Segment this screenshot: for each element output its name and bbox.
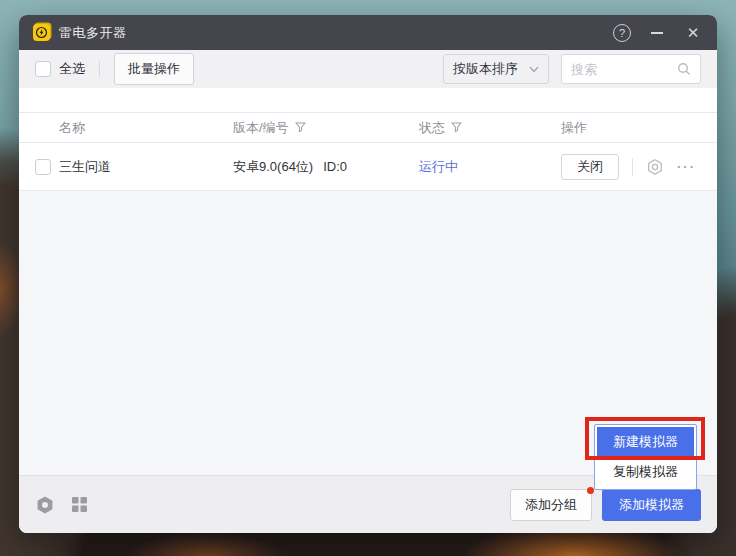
column-header-version[interactable]: 版本/编号 <box>233 119 419 137</box>
row-checkbox[interactable] <box>35 159 51 175</box>
toolbar-divider <box>99 61 100 77</box>
sort-dropdown-value: 按版本排序 <box>453 60 529 78</box>
search-icon <box>677 62 691 76</box>
app-logo-icon <box>33 24 50 41</box>
add-group-button[interactable]: 添加分组 <box>510 489 592 521</box>
select-all-label: 全选 <box>59 60 85 78</box>
context-menu: 新建模拟器 复制模拟器 <box>594 424 697 490</box>
filter-icon <box>451 122 462 133</box>
select-all-checkbox[interactable] <box>35 61 51 77</box>
batch-operations-button[interactable]: 批量操作 <box>114 53 194 85</box>
search-input[interactable] <box>571 62 677 77</box>
app-window: 雷电多开器 ? ✕ 全选 批量操作 按版本排序 <box>19 15 717 533</box>
grid-view-icon[interactable] <box>72 497 87 512</box>
toolbar: 全选 批量操作 按版本排序 <box>19 50 717 88</box>
close-emulator-button[interactable]: 关闭 <box>561 154 619 180</box>
window-title: 雷电多开器 <box>59 24 127 42</box>
emulator-name: 三生问道 <box>59 158 233 176</box>
settings-icon[interactable] <box>35 495 55 515</box>
emulator-version: 安卓9.0(64位) <box>233 158 313 176</box>
emulator-row[interactable]: 三生问道 安卓9.0(64位) ID:0 运行中 关闭 ··· <box>19 143 717 190</box>
add-emulator-button[interactable]: 添加模拟器 <box>602 489 701 521</box>
toolbar-table-gap <box>19 88 717 112</box>
minimize-button[interactable] <box>647 23 667 43</box>
help-icon[interactable]: ? <box>613 24 631 42</box>
filter-icon <box>295 122 306 133</box>
column-header-name: 名称 <box>59 119 233 137</box>
menu-item-copy-emulator[interactable]: 复制模拟器 <box>597 457 694 487</box>
emulator-id: ID:0 <box>323 159 347 174</box>
menu-item-new-emulator[interactable]: 新建模拟器 <box>597 427 694 457</box>
table-header: 名称 版本/编号 状态 操作 <box>19 113 717 142</box>
column-header-status[interactable]: 状态 <box>419 119 561 137</box>
sort-dropdown[interactable]: 按版本排序 <box>443 54 549 84</box>
close-icon[interactable]: ✕ <box>683 24 703 42</box>
chevron-down-icon <box>529 66 539 73</box>
row-divider <box>632 158 633 176</box>
status-badge: 运行中 <box>419 158 561 176</box>
titlebar: 雷电多开器 ? ✕ <box>19 15 717 50</box>
minimize-icon <box>651 32 663 34</box>
row-more-icon[interactable]: ··· <box>677 159 696 174</box>
row-settings-icon[interactable] <box>646 158 664 176</box>
search-box <box>561 54 701 84</box>
desktop-background: 雷电多开器 ? ✕ 全选 批量操作 按版本排序 <box>0 0 736 556</box>
notification-dot <box>587 487 594 494</box>
column-header-operation: 操作 <box>561 119 701 137</box>
